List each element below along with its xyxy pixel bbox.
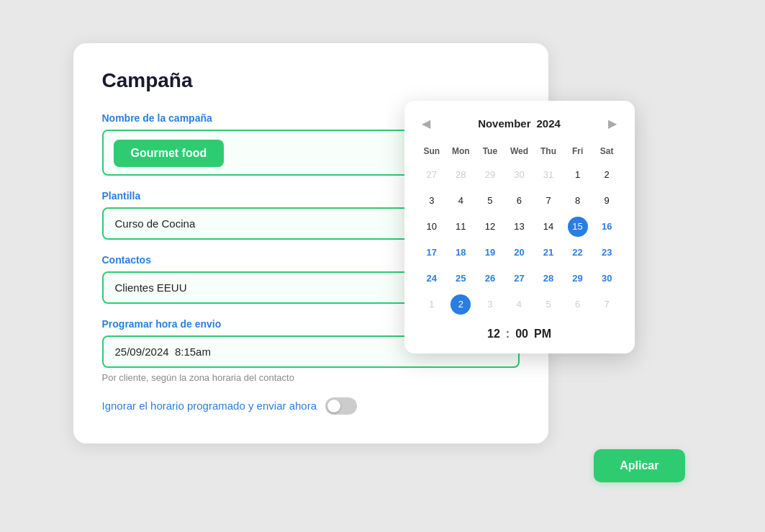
calendar-day[interactable]: 2 — [446, 292, 476, 317]
calendar-week-row: 24252627282930 — [417, 266, 622, 292]
calendar-grid: Sun Mon Tue Wed Thu Fri Sat 272829303112… — [417, 143, 622, 317]
calendar-day[interactable]: 20 — [504, 240, 534, 266]
apply-button[interactable]: Aplicar — [594, 449, 684, 482]
calendar-day: 27 — [417, 162, 447, 188]
calendar-day[interactable]: 29 — [563, 266, 592, 292]
calendar-day[interactable]: 24 — [417, 266, 447, 292]
calendar-day[interactable]: 25 — [446, 266, 476, 292]
calendar-day: 28 — [446, 162, 476, 188]
calendar-day: 3 — [476, 292, 505, 317]
ignore-toggle[interactable] — [325, 397, 357, 415]
calendar-day: 7 — [592, 292, 622, 317]
calendar-day[interactable]: 7 — [534, 188, 563, 214]
calendar-day[interactable]: 26 — [476, 266, 505, 292]
calendar-day[interactable]: 13 — [504, 214, 534, 240]
calendar-day[interactable]: 15 — [563, 214, 592, 240]
calendar-day[interactable]: 6 — [504, 188, 534, 214]
calendar-day[interactable]: 21 — [534, 240, 563, 266]
calendar-card: ◀ November 2024 ▶ Sun Mon Tue Wed Thu Fr… — [404, 101, 635, 353]
calendar-day: 29 — [476, 162, 505, 188]
calendar-week-row: 272829303112 — [417, 162, 622, 188]
weekday-mon: Mon — [446, 143, 476, 162]
calendar-day: 30 — [504, 162, 534, 188]
time-hour[interactable]: 12 — [487, 328, 500, 341]
weekday-sat: Sat — [592, 143, 622, 162]
time-separator: : — [506, 328, 510, 341]
calendar-day[interactable]: 18 — [446, 240, 476, 266]
calendar-day[interactable]: 3 — [417, 188, 447, 214]
time-minute[interactable]: 00 — [515, 328, 528, 341]
calendar-day[interactable]: 8 — [563, 188, 592, 214]
next-month-button[interactable]: ▶ — [604, 115, 621, 132]
calendar-day[interactable]: 4 — [446, 188, 476, 214]
calendar-day[interactable]: 17 — [417, 240, 447, 266]
calendar-day: 1 — [417, 292, 447, 317]
calendar-day[interactable]: 12 — [476, 214, 505, 240]
calendar-day: 5 — [534, 292, 563, 317]
calendar-week-row: 3456789 — [417, 188, 622, 214]
calendar-day: 31 — [534, 162, 563, 188]
campaign-name-button[interactable]: Gourmet food — [114, 140, 225, 167]
weekday-fri: Fri — [563, 143, 592, 162]
calendar-day[interactable]: 19 — [476, 240, 505, 266]
toggle-thumb — [327, 400, 340, 412]
time-row: 12 : 00 PM — [417, 328, 622, 341]
calendar-day[interactable]: 27 — [504, 266, 534, 292]
calendar-day[interactable]: 2 — [592, 162, 622, 188]
schedule-note: Por cliente, según la zona horaria del c… — [102, 372, 520, 383]
prev-month-button[interactable]: ◀ — [417, 115, 435, 132]
weekday-wed: Wed — [504, 143, 534, 162]
calendar-day[interactable]: 1 — [563, 162, 592, 188]
calendar-day[interactable]: 16 — [592, 214, 622, 240]
calendar-week-row: 17181920212223 — [417, 240, 622, 266]
ignore-label: Ignorar el horario programado y enviar a… — [102, 400, 317, 412]
calendar-day[interactable]: 5 — [476, 188, 505, 214]
calendar-weekday-row: Sun Mon Tue Wed Thu Fri Sat — [417, 143, 622, 162]
calendar-week-row: 1234567 — [417, 292, 622, 317]
page-title: Campaña — [102, 69, 520, 92]
calendar-day[interactable]: 23 — [592, 240, 622, 266]
calendar-year: 2024 — [536, 117, 560, 130]
calendar-day[interactable]: 14 — [534, 214, 563, 240]
calendar-header: ◀ November 2024 ▶ — [417, 115, 622, 132]
calendar-month: November — [478, 117, 530, 130]
weekday-sun: Sun — [417, 143, 447, 162]
calendar-day[interactable]: 22 — [563, 240, 592, 266]
calendar-day[interactable]: 9 — [592, 188, 622, 214]
month-year-display: November 2024 — [478, 117, 561, 130]
calendar-day[interactable]: 28 — [534, 266, 563, 292]
calendar-day: 4 — [504, 292, 534, 317]
weekday-thu: Thu — [534, 143, 563, 162]
calendar-day[interactable]: 11 — [446, 214, 476, 240]
calendar-week-row: 10111213141516 — [417, 214, 622, 240]
calendar-day: 6 — [563, 292, 592, 317]
calendar-day[interactable]: 10 — [417, 214, 447, 240]
ignore-row: Ignorar el horario programado y enviar a… — [102, 397, 520, 415]
weekday-tue: Tue — [476, 143, 505, 162]
calendar-day[interactable]: 30 — [592, 266, 622, 292]
time-ampm[interactable]: PM — [534, 328, 551, 341]
